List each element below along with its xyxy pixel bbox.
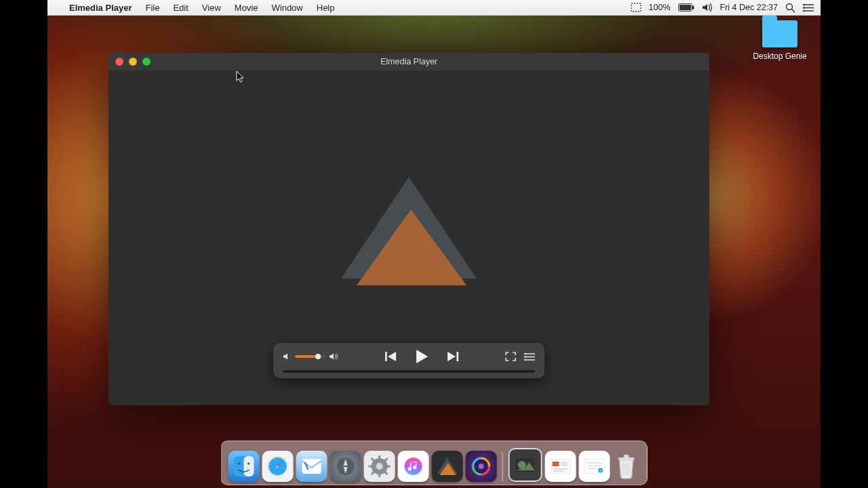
svg-rect-25 (302, 459, 321, 474)
desktop-icon-desktop-genie[interactable]: Desktop Genie (749, 20, 810, 61)
svg-point-22 (238, 462, 240, 464)
svg-point-4 (787, 3, 793, 9)
progress-slider[interactable] (283, 370, 535, 373)
volume-max-icon[interactable] (329, 352, 338, 361)
svg-rect-3 (692, 6, 694, 9)
folder-icon (762, 20, 797, 47)
volume-mute-icon[interactable] (283, 352, 291, 361)
window-title: Elmedia Player (380, 57, 437, 66)
dock-item-finder[interactable] (229, 451, 260, 482)
mouse-cursor-icon (236, 70, 245, 84)
spotlight-icon[interactable] (785, 3, 795, 13)
svg-point-9 (803, 3, 804, 5)
volume-icon[interactable] (702, 3, 713, 12)
svg-point-41 (518, 461, 526, 469)
pillarbox-right (821, 0, 868, 488)
svg-rect-21 (244, 456, 254, 476)
menu-edit[interactable]: Edit (166, 3, 195, 13)
svg-rect-2 (679, 5, 691, 10)
next-button[interactable] (446, 351, 458, 362)
dock-item-notes[interactable] (579, 451, 610, 482)
svg-point-17 (524, 352, 526, 354)
desktop-icon-label: Desktop Genie (749, 52, 810, 61)
menu-help[interactable]: Help (310, 3, 342, 13)
menu-movie[interactable]: Movie (228, 3, 265, 13)
menubar: Elmedia Player File Edit View Movie Wind… (47, 0, 821, 16)
svg-point-19 (524, 359, 526, 360)
battery-pct: 100% (649, 3, 671, 12)
fullscreen-button[interactable] (505, 352, 516, 361)
menu-window[interactable]: Window (265, 3, 310, 13)
screenshot-icon[interactable] (631, 3, 642, 12)
dock-separator (502, 452, 503, 482)
playback-controls (273, 343, 545, 378)
dock-item-safari[interactable] (262, 451, 294, 482)
svg-line-5 (792, 9, 795, 12)
volume-slider[interactable] (295, 355, 325, 358)
elmedia-logo-icon (331, 170, 487, 306)
playlist-button[interactable] (524, 352, 535, 361)
svg-point-10 (803, 7, 804, 8)
menu-file[interactable]: File (139, 3, 167, 13)
dock-item-elmedia-player[interactable] (432, 451, 463, 482)
dock (221, 441, 648, 485)
svg-point-11 (803, 9, 804, 11)
dock-item-contacts[interactable] (545, 451, 576, 482)
svg-line-34 (385, 472, 388, 474)
svg-rect-43 (553, 462, 559, 466)
notifications-icon[interactable] (803, 3, 814, 12)
dock-item-launchpad[interactable] (330, 451, 361, 482)
svg-rect-54 (624, 455, 629, 458)
dock-item-trash[interactable] (613, 451, 640, 482)
app-window: Elmedia Player (108, 53, 709, 405)
dock-item-photos[interactable] (509, 448, 542, 482)
zoom-button[interactable] (142, 58, 151, 66)
svg-rect-12 (385, 352, 387, 361)
svg-line-33 (372, 458, 374, 461)
svg-point-39 (479, 464, 484, 469)
svg-point-23 (248, 462, 250, 464)
close-button[interactable] (115, 58, 123, 66)
minimize-button[interactable] (129, 58, 137, 66)
volume-control (283, 352, 338, 361)
svg-point-28 (376, 463, 383, 470)
app-menu[interactable]: Elmedia Player (62, 3, 139, 13)
pillarbox-left (0, 0, 47, 488)
menu-view[interactable]: View (195, 3, 228, 13)
dock-item-itunes[interactable] (398, 451, 429, 482)
svg-point-37 (405, 458, 422, 475)
svg-rect-53 (618, 458, 635, 460)
dock-item-system-preferences[interactable] (364, 451, 395, 482)
svg-line-36 (372, 472, 374, 474)
desktop: Elmedia Player File Edit View Movie Wind… (47, 0, 821, 488)
svg-rect-13 (456, 352, 458, 361)
previous-button[interactable] (385, 351, 397, 362)
menubar-clock[interactable]: Fri 4 Dec 22:37 (720, 3, 778, 12)
dock-item-imovie[interactable] (466, 451, 497, 482)
svg-line-35 (385, 458, 388, 461)
svg-point-18 (524, 356, 526, 357)
play-button[interactable] (414, 348, 430, 365)
dock-item-mail[interactable] (296, 451, 328, 482)
titlebar[interactable]: Elmedia Player (108, 53, 709, 70)
battery-icon[interactable] (678, 3, 694, 12)
svg-rect-0 (631, 3, 641, 12)
